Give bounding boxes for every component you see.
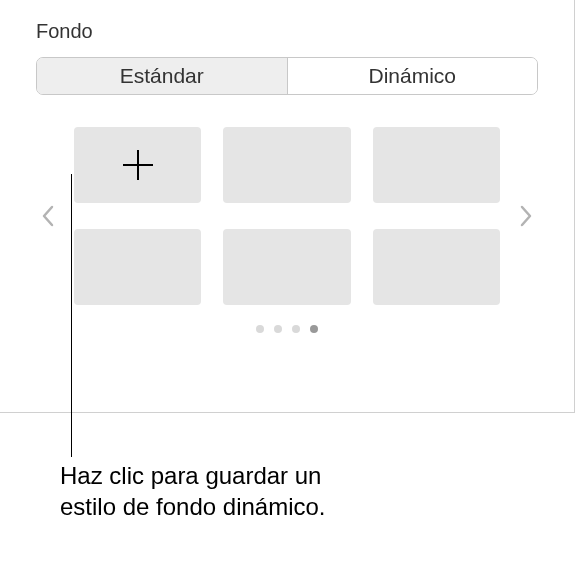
style-tile[interactable] [223, 229, 350, 305]
tab-dynamic[interactable]: Dinámico [287, 58, 538, 94]
style-tile[interactable] [373, 229, 500, 305]
style-tile[interactable] [74, 229, 201, 305]
page-dot[interactable] [310, 325, 318, 333]
next-page-button[interactable] [514, 196, 538, 236]
tab-bar: Estándar Dinámico [36, 57, 538, 95]
style-grid-area [36, 127, 538, 305]
page-dot[interactable] [256, 325, 264, 333]
prev-page-button[interactable] [36, 196, 60, 236]
plus-icon [119, 146, 157, 184]
page-indicator [0, 325, 574, 333]
page-dot[interactable] [292, 325, 300, 333]
tab-standard[interactable]: Estándar [37, 58, 287, 94]
style-grid [74, 127, 500, 305]
callout-line [71, 174, 72, 457]
chevron-left-icon [41, 205, 55, 227]
panel-title: Fondo [0, 0, 574, 43]
style-tile[interactable] [223, 127, 350, 203]
background-panel: Fondo Estándar Dinámico [0, 0, 575, 413]
chevron-right-icon [519, 205, 533, 227]
style-tile[interactable] [373, 127, 500, 203]
page-dot[interactable] [274, 325, 282, 333]
callout-text: Haz clic para guardar un estilo de fondo… [60, 460, 360, 522]
add-style-tile[interactable] [74, 127, 201, 203]
